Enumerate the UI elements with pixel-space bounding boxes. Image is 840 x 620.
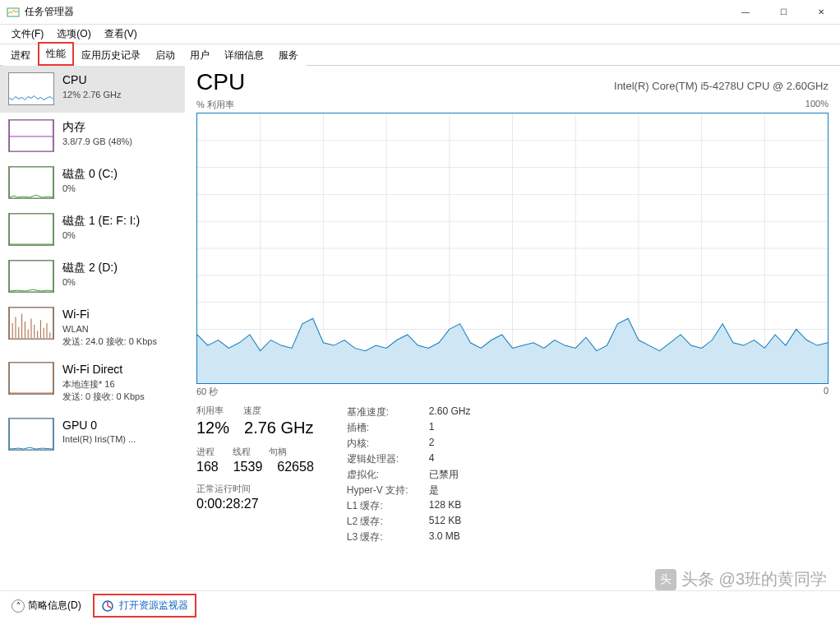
sidebar: CPU 12% 2.76 GHz 内存3.8/7.9 GB (48%) 磁盘 0… (0, 66, 185, 590)
menu-options[interactable]: 选项(O) (50, 25, 97, 43)
chart-y-labels: % 利用率 100% (196, 99, 828, 111)
threads-value: 1539 (233, 460, 263, 474)
detail-row: 虚拟化:已禁用 (347, 467, 471, 483)
svg-rect-6 (9, 261, 53, 292)
detail-row: L2 缓存:512 KB (347, 514, 471, 530)
sidebar-item-disk2[interactable]: 磁盘 2 (D:)0% (0, 253, 185, 300)
watermark-icon: 头 (655, 569, 676, 590)
minimize-button[interactable]: — (727, 0, 764, 25)
resource-monitor-icon (101, 599, 114, 613)
sidebar-item-disk0[interactable]: 磁盘 0 (C:)0% (0, 160, 185, 206)
chevron-up-icon: ˄ (12, 599, 25, 613)
handles-value: 62658 (277, 460, 314, 474)
stats-left: 利用率 速度 12% 2.76 GHz 进程 线程 句柄 168 1539 62… (196, 405, 314, 545)
processes-value: 168 (196, 460, 219, 474)
sidebar-item-wifi-direct[interactable]: Wi-Fi Direct本地连接* 16发送: 0 接收: 0 Kbps (0, 355, 185, 410)
sidebar-info: CPU 12% 2.76 GHz (62, 72, 122, 101)
svg-rect-3 (9, 167, 53, 198)
svg-rect-21 (9, 363, 53, 394)
brief-toggle[interactable]: ˄ 简略信息(D) (12, 599, 81, 613)
cpu-utilization-chart[interactable] (196, 113, 828, 384)
disk-thumb (8, 260, 54, 293)
window-title: 任务管理器 (25, 5, 727, 19)
open-resource-monitor-link[interactable]: 打开资源监视器 (93, 594, 196, 618)
tab-processes[interactable]: 进程 (3, 44, 38, 66)
detail-row: 基准速度:2.60 GHz (347, 405, 471, 420)
wifi-thumb (8, 362, 54, 395)
main-header: CPU Intel(R) Core(TM) i5-4278U CPU @ 2.6… (196, 69, 828, 95)
sidebar-item-disk1[interactable]: 磁盘 1 (E: F: I:)0% (0, 206, 185, 253)
speed-value: 2.76 GHz (244, 419, 313, 437)
gpu-thumb (8, 418, 54, 451)
svg-rect-23 (9, 419, 53, 450)
disk-thumb (8, 213, 54, 246)
sidebar-item-memory[interactable]: 内存3.8/7.9 GB (48%) (0, 113, 185, 160)
content: CPU 12% 2.76 GHz 内存3.8/7.9 GB (48%) 磁盘 0… (0, 66, 840, 590)
menu-view[interactable]: 查看(V) (98, 25, 144, 43)
tab-users[interactable]: 用户 (182, 44, 217, 66)
tab-details[interactable]: 详细信息 (217, 44, 271, 66)
main-panel: CPU Intel(R) Core(TM) i5-4278U CPU @ 2.6… (185, 66, 840, 590)
svg-rect-1 (9, 120, 53, 151)
watermark: 头 头条 @3班的黄同学 (655, 568, 827, 590)
stats: 利用率 速度 12% 2.76 GHz 进程 线程 句柄 168 1539 62… (196, 405, 828, 545)
svg-rect-4 (9, 214, 53, 245)
utilization-value: 12% (196, 419, 229, 437)
wifi-thumb (8, 307, 54, 340)
disk-thumb (8, 166, 54, 199)
footer: ˄ 简略信息(D) 打开资源监视器 (0, 590, 840, 620)
cpu-thumb (8, 72, 54, 105)
titlebar: 任务管理器 — ☐ ✕ (0, 0, 840, 25)
sidebar-item-wifi[interactable]: Wi-FiWLAN发送: 24.0 接收: 0 Kbps (0, 300, 185, 355)
memory-thumb (8, 119, 54, 152)
detail-row: 内核:2 (347, 436, 471, 451)
menu-file[interactable]: 文件(F) (5, 25, 50, 43)
menubar: 文件(F) 选项(O) 查看(V) (0, 25, 840, 44)
close-button[interactable]: ✕ (802, 0, 840, 25)
app-icon (7, 6, 20, 19)
details-table: 基准速度:2.60 GHz插槽:1内核:2逻辑处理器:4虚拟化:已禁用Hyper… (347, 405, 471, 545)
tab-app-history[interactable]: 应用历史记录 (74, 44, 148, 66)
page-title: CPU (196, 69, 245, 95)
tab-services[interactable]: 服务 (271, 44, 306, 66)
cpu-model: Intel(R) Core(TM) i5-4278U CPU @ 2.60GHz (614, 80, 828, 92)
maximize-button[interactable]: ☐ (764, 0, 802, 25)
detail-row: 插槽:1 (347, 420, 471, 436)
tab-performance[interactable]: 性能 (38, 42, 74, 66)
detail-row: L3 缓存:3.0 MB (347, 530, 471, 545)
sidebar-item-gpu0[interactable]: GPU 0Intel(R) Iris(TM) ... (0, 411, 185, 458)
uptime-value: 0:00:28:27 (196, 497, 314, 511)
detail-row: Hyper-V 支持:是 (347, 483, 471, 498)
tabbar: 进程 性能 应用历史记录 启动 用户 详细信息 服务 (0, 44, 840, 66)
sidebar-item-cpu[interactable]: CPU 12% 2.76 GHz (0, 66, 185, 113)
detail-row: 逻辑处理器:4 (347, 451, 471, 467)
chart-x-labels: 60 秒 0 (196, 386, 828, 398)
detail-row: L1 缓存:128 KB (347, 498, 471, 514)
tab-startup[interactable]: 启动 (148, 44, 182, 66)
